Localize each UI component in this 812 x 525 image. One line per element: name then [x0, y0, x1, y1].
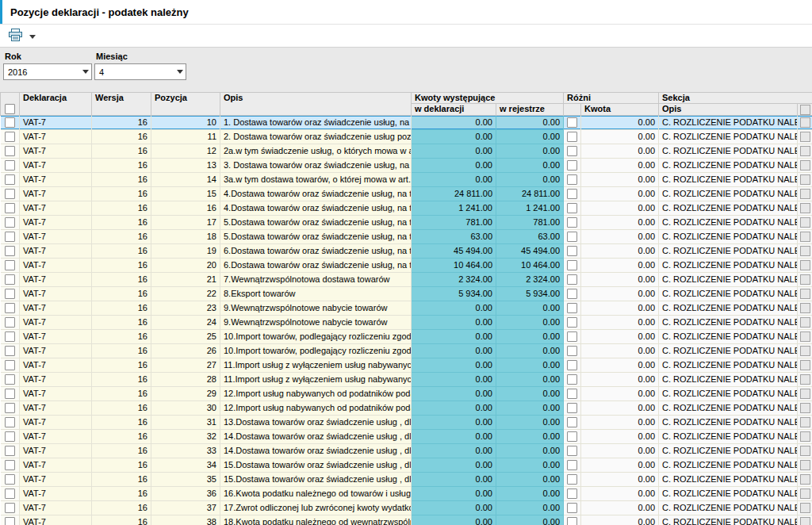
row-detail-button[interactable]	[800, 517, 810, 525]
table-row[interactable]: VAT-7 16 31 13.Dostawa towarów oraz świa…	[1, 415, 812, 429]
row-detail-button[interactable]	[800, 132, 810, 142]
row-detail-button[interactable]	[800, 417, 810, 427]
row-detail-button[interactable]	[800, 346, 810, 356]
row-detail-button[interactable]	[800, 317, 810, 328]
rozni-checkbox[interactable]	[567, 189, 577, 199]
column-header-wersja[interactable]: Wersja	[92, 93, 151, 116]
rozni-checkbox[interactable]	[567, 360, 577, 370]
row-detail-button[interactable]	[800, 503, 810, 513]
table-row[interactable]: VAT-7 16 30 12.Import usług nabywanych o…	[1, 400, 812, 415]
rozni-checkbox[interactable]	[567, 431, 577, 442]
column-header-pozycja[interactable]: Pozycja	[151, 93, 220, 116]
rozni-checkbox[interactable]	[567, 246, 577, 256]
row-detail-button[interactable]	[800, 274, 810, 285]
row-select-checkbox[interactable]	[5, 331, 15, 342]
table-row[interactable]: VAT-7 16 16 4.Dostawa towarów oraz świad…	[1, 201, 812, 215]
column-header-deklaracja[interactable]: Deklaracja	[20, 93, 92, 116]
row-detail-button[interactable]	[800, 446, 810, 456]
column-header-kwota[interactable]: Kwota	[581, 104, 659, 116]
row-detail-button[interactable]	[800, 217, 810, 228]
table-row[interactable]: VAT-7 16 25 10.Import towarów, podlegają…	[1, 329, 812, 343]
table-row[interactable]: VAT-7 16 22 8.Eksport towarów 5 934.00 5…	[1, 286, 812, 301]
table-row[interactable]: VAT-7 16 13 3. Dostawa towarów oraz świa…	[1, 158, 812, 172]
row-select-checkbox[interactable]	[5, 389, 15, 399]
row-detail-button[interactable]	[800, 303, 810, 313]
table-row[interactable]: VAT-7 16 14 3a.w tym dostawa towarów, o …	[1, 172, 812, 186]
table-row[interactable]: VAT-7 16 33 14.Dostawa towarów oraz świa…	[1, 443, 812, 458]
row-detail-button[interactable]	[800, 160, 810, 171]
rozni-checkbox[interactable]	[567, 331, 577, 342]
table-row[interactable]: VAT-7 16 29 12.Import usług nabywanych o…	[1, 386, 812, 400]
rozni-checkbox[interactable]	[567, 474, 577, 485]
row-detail-button[interactable]	[800, 360, 810, 370]
row-select-checkbox[interactable]	[5, 260, 15, 270]
row-detail-button[interactable]	[800, 474, 810, 485]
row-detail-button[interactable]	[800, 374, 810, 385]
table-row[interactable]: VAT-7 16 28 11.Import usług z wyłączenie…	[1, 372, 812, 386]
print-button[interactable]	[7, 27, 24, 44]
rozni-checkbox[interactable]	[567, 389, 577, 399]
row-select-checkbox[interactable]	[5, 489, 15, 499]
row-select-checkbox[interactable]	[5, 517, 15, 525]
table-row[interactable]: VAT-7 16 26 10.Import towarów, podlegają…	[1, 343, 812, 358]
row-select-checkbox[interactable]	[5, 146, 15, 156]
table-row[interactable]: VAT-7 16 21 7.Wewnątrzwspólnotowa dostaw…	[1, 272, 812, 286]
table-row[interactable]: VAT-7 16 19 6.Dostawa towarów oraz świad…	[1, 243, 812, 258]
table-row[interactable]: VAT-7 16 27 11.Import usług z wyłączenie…	[1, 358, 812, 372]
rozni-checkbox[interactable]	[567, 446, 577, 456]
row-detail-button[interactable]	[800, 146, 810, 156]
row-select-checkbox[interactable]	[5, 360, 15, 370]
column-header-kwoty-group[interactable]: Kwoty występujące	[412, 93, 564, 104]
table-row[interactable]: VAT-7 16 12 2a.w tym świadczenie usług, …	[1, 144, 812, 158]
table-row[interactable]: VAT-7 16 18 5.Dostawa towarów oraz świad…	[1, 229, 812, 243]
row-select-checkbox[interactable]	[5, 132, 15, 142]
month-select[interactable]: 4	[94, 63, 186, 80]
row-select-checkbox[interactable]	[5, 160, 15, 171]
row-select-checkbox[interactable]	[5, 503, 15, 513]
row-detail-button[interactable]	[800, 389, 810, 399]
year-select[interactable]: 2016	[3, 63, 92, 80]
row-select-checkbox[interactable]	[5, 446, 15, 456]
row-select-checkbox[interactable]	[5, 374, 15, 385]
rozni-checkbox[interactable]	[567, 374, 577, 385]
row-detail-button[interactable]	[800, 174, 810, 185]
rozni-checkbox[interactable]	[567, 174, 577, 185]
table-row[interactable]: VAT-7 16 34 15.Dostawa towarów oraz świa…	[1, 458, 812, 472]
row-select-checkbox[interactable]	[5, 417, 15, 427]
table-row[interactable]: VAT-7 16 17 5.Dostawa towarów oraz świad…	[1, 215, 812, 229]
row-detail-button[interactable]	[800, 331, 810, 342]
rozni-checkbox[interactable]	[567, 517, 577, 525]
row-detail-button[interactable]	[800, 289, 810, 299]
rozni-checkbox[interactable]	[567, 403, 577, 413]
rozni-checkbox[interactable]	[567, 317, 577, 328]
rozni-checkbox[interactable]	[567, 260, 577, 270]
print-options-dropdown[interactable]	[28, 32, 37, 40]
row-detail-button[interactable]	[800, 189, 810, 199]
table-row[interactable]: VAT-7 16 24 9.Wewnątrzwspólnotowe nabyci…	[1, 315, 812, 329]
column-header-opis[interactable]: Opis	[220, 93, 412, 116]
table-row[interactable]: VAT-7 16 15 4.Dostawa towarów oraz świad…	[1, 186, 812, 201]
row-select-checkbox[interactable]	[5, 289, 15, 299]
row-detail-button[interactable]	[800, 260, 810, 270]
select-all-checkbox[interactable]	[5, 104, 15, 114]
row-select-checkbox[interactable]	[5, 232, 15, 242]
row-select-checkbox[interactable]	[5, 203, 15, 213]
table-row[interactable]: VAT-7 16 11 2. Dostawa towarów oraz świa…	[1, 129, 812, 144]
column-header-sekcja[interactable]: Sekcja	[659, 93, 812, 104]
row-select-checkbox[interactable]	[5, 403, 15, 413]
row-select-checkbox[interactable]	[5, 460, 15, 470]
row-detail-button[interactable]	[800, 203, 810, 213]
row-detail-button[interactable]	[800, 489, 810, 499]
rozni-checkbox[interactable]	[567, 203, 577, 213]
rozni-checkbox[interactable]	[567, 274, 577, 285]
table-row[interactable]: VAT-7 16 32 14.Dostawa towarów oraz świa…	[1, 429, 812, 443]
table-row[interactable]: VAT-7 16 35 15.Dostawa towarów oraz świa…	[1, 472, 812, 486]
column-header-w-rejestrze[interactable]: w rejestrze	[496, 104, 564, 116]
row-detail-button[interactable]	[800, 460, 810, 470]
table-row[interactable]: VAT-7 16 10 1. Dostawa towarów oraz świa…	[1, 115, 812, 129]
row-select-checkbox[interactable]	[5, 346, 15, 356]
column-header-rozni-group[interactable]: Różni	[564, 93, 659, 104]
table-row[interactable]: VAT-7 16 20 6.Dostawa towarów oraz świad…	[1, 258, 812, 272]
row-detail-button[interactable]	[800, 117, 810, 128]
row-select-checkbox[interactable]	[5, 474, 15, 485]
